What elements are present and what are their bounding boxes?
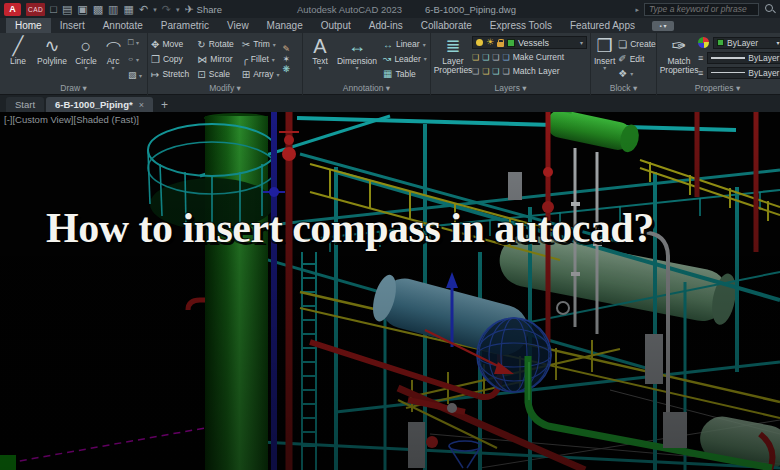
undo-dropdown-icon[interactable]: ▾ <box>153 3 157 16</box>
tab-home[interactable]: Home <box>6 18 51 33</box>
join-button[interactable]: ❋ <box>282 64 290 74</box>
new-file-icon[interactable]: □ <box>50 3 57 16</box>
properties-panel-label[interactable]: Properties ▾ <box>657 83 778 95</box>
plot-icon[interactable]: ▥ <box>108 3 118 16</box>
layer-dropdown-caret-icon[interactable]: ▾ <box>580 39 583 46</box>
polyline-button[interactable]: ∿ Polyline <box>33 35 71 83</box>
rectangle-button[interactable]: □ ▾ <box>128 37 142 48</box>
save-as-icon[interactable]: ▩ <box>93 3 103 16</box>
redo-icon[interactable]: ↷ <box>162 3 171 16</box>
autocad-logo-icon[interactable]: A <box>4 3 21 16</box>
color-wheel-icon <box>698 37 709 48</box>
leader-button[interactable]: ↝Leader▾ <box>383 53 427 65</box>
layer-unlock-icon[interactable] <box>497 42 504 47</box>
text-button[interactable]: A Text ▾ <box>306 35 334 83</box>
rotate-button[interactable]: ↻Rotate <box>197 37 233 52</box>
tab-collaborate[interactable]: Collaborate <box>412 18 481 33</box>
object-color-dropdown[interactable]: ByLayer ▾ <box>713 37 780 49</box>
share-button[interactable]: ✈ Share <box>184 3 222 16</box>
ellipse-icon: ○ <box>128 56 133 62</box>
scale-button[interactable]: ⊡Scale <box>197 67 233 82</box>
tab-add-ins[interactable]: Add-ins <box>360 18 412 33</box>
mirror-button[interactable]: ⋈Mirror <box>197 52 233 67</box>
fillet-button[interactable]: ╭Fillet▾ <box>242 52 280 67</box>
dimension-button[interactable]: ↔ Dimension ▾ <box>334 35 380 83</box>
ellipse-button[interactable]: ○ ▾ <box>128 54 142 65</box>
layer-isolate-icon: ❏ <box>503 53 510 62</box>
tab-manage[interactable]: Manage <box>258 18 312 33</box>
line-icon: ╱ <box>13 35 24 57</box>
search-expander-icon[interactable]: ▸ <box>635 3 639 16</box>
layer-thaw-icon[interactable]: ☀ <box>486 38 494 47</box>
linear-button[interactable]: ↔Linear▾ <box>383 38 427 50</box>
tab-output[interactable]: Output <box>312 18 360 33</box>
undo-icon[interactable]: ↶ <box>139 3 148 16</box>
tab-parametric[interactable]: Parametric <box>152 18 218 33</box>
copy-button[interactable]: ❐Copy <box>151 52 189 67</box>
open-file-icon[interactable]: ▤ <box>62 3 72 16</box>
layer-dropdown[interactable]: ☀ Vessels ▾ <box>472 36 587 49</box>
erase-button[interactable]: ✎ <box>282 44 290 54</box>
hatch-button[interactable]: ▨ ▾ <box>128 70 142 81</box>
edit-icon: ✐ <box>618 53 626 64</box>
tab-annotate[interactable]: Annotate <box>94 18 152 33</box>
modify-panel-label[interactable]: Modify ▾ <box>148 83 302 95</box>
tab-featured-apps[interactable]: Featured Apps <box>561 18 644 33</box>
insert-block-button[interactable]: ❒ Insert ▾ <box>594 35 615 83</box>
tab-insert[interactable]: Insert <box>51 18 94 33</box>
explode-button[interactable]: ✶ <box>282 54 290 64</box>
line-label: Line <box>10 57 26 66</box>
layer-on-icon[interactable] <box>476 39 483 46</box>
circle-dropdown-icon[interactable]: ▾ <box>84 66 87 71</box>
tab-view[interactable]: View <box>218 18 258 33</box>
lineweight-dropdown[interactable]: ByLayer <box>707 52 780 64</box>
layer-merge-icon: ❏ <box>503 67 510 76</box>
move-button[interactable]: ✥Move <box>151 37 189 52</box>
tab-express-tools[interactable]: Express Tools <box>481 18 561 33</box>
table-button[interactable]: ▦Table <box>383 68 427 80</box>
line-button[interactable]: ╱ Line <box>3 35 33 83</box>
make-current-button[interactable]: ❏ ❏ ❏ ❏ Make Current <box>472 51 587 63</box>
ribbon-display-toggle[interactable]: ▪ ▾ <box>652 21 674 31</box>
search-input[interactable] <box>644 3 759 16</box>
array-button[interactable]: ⊞Array▾ <box>242 67 280 82</box>
layer-lock-icon: ❏ <box>492 53 499 62</box>
trim-button[interactable]: ✂Trim▾ <box>242 37 280 52</box>
hatch-icon: ▨ <box>128 70 137 80</box>
create-block-button[interactable]: ❏Create <box>618 38 655 50</box>
annotation-panel-label[interactable]: Annotation ▾ <box>303 83 430 95</box>
search-icon[interactable] <box>764 3 776 15</box>
layer-properties-button[interactable]: ≣ Layer Properties <box>434 35 472 83</box>
linetype-dropdown[interactable]: ByLayer <box>707 67 780 79</box>
stretch-button[interactable]: ↦Stretch <box>151 67 189 82</box>
match-layer-button[interactable]: ❏ ❏ ❏ ❏ Match Layer <box>472 65 587 77</box>
start-tab[interactable]: Start <box>6 97 44 112</box>
block-misc-icon: ❖ <box>618 68 627 79</box>
document-tab[interactable]: 6-B-1000_Piping* × <box>46 97 153 112</box>
match-properties-button[interactable]: ✑ Match Properties <box>660 35 698 83</box>
viewport-controls[interactable]: [-][Custom View][Shaded (Fast)] <box>4 114 139 125</box>
close-tab-icon[interactable]: × <box>139 100 144 110</box>
copy-icon: ❐ <box>151 54 160 65</box>
new-drawing-tab-button[interactable]: + <box>155 97 174 112</box>
edit-block-button[interactable]: ✐Edit <box>618 53 655 65</box>
viewport-canvas[interactable] <box>0 112 780 470</box>
panel-annotation: A Text ▾ ↔ Dimension ▾ ↔Linear▾ ↝Leader▾… <box>303 33 431 95</box>
drawing-viewport[interactable]: [-][Custom View][Shaded (Fast)] <box>0 112 780 470</box>
text-icon: A <box>313 35 326 57</box>
bylayer-color-swatch <box>717 39 724 46</box>
block-panel-label[interactable]: Block ▾ <box>591 83 656 95</box>
block-attributes-button[interactable]: ❖▾ <box>618 68 655 80</box>
arc-dropdown-icon[interactable]: ▾ <box>111 66 114 71</box>
draw-panel-label[interactable]: Draw ▾ <box>0 83 147 95</box>
arc-button[interactable]: ◠ Arc ▾ <box>101 35 125 83</box>
current-layer-name: Vessels <box>518 38 549 48</box>
circle-button[interactable]: ○ Circle ▾ <box>71 35 101 83</box>
qat-customize-icon[interactable]: ▾ <box>176 3 180 16</box>
save-icon[interactable]: ▣ <box>77 3 87 16</box>
layer-walk-icon: ❏ <box>472 67 479 76</box>
explode-icon: ✶ <box>282 54 290 64</box>
layer-color-swatch[interactable] <box>507 39 515 47</box>
print-icon[interactable]: ▦ <box>124 3 134 16</box>
layers-panel-label[interactable]: Layers ▾ <box>431 83 590 95</box>
